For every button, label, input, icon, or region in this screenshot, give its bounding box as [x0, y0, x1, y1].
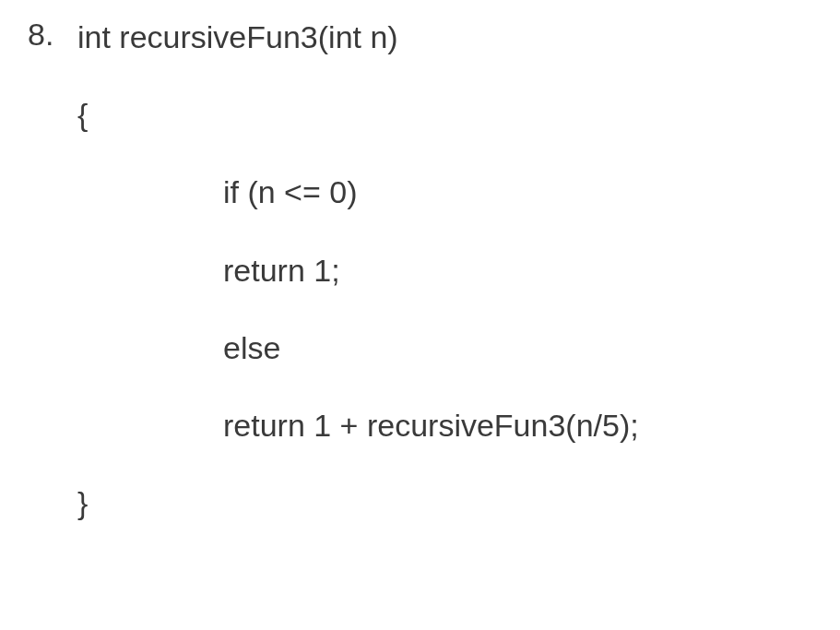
- code-line: if (n <= 0): [77, 172, 831, 212]
- code-line: return 1;: [77, 250, 831, 291]
- code-line: int recursiveFun3(int n): [77, 17, 831, 57]
- code-line: }: [77, 482, 831, 523]
- list-marker: 8.: [9, 17, 77, 53]
- code-line: return 1 + recursiveFun3(n/5);: [77, 405, 831, 446]
- code-line: else: [77, 327, 831, 368]
- code-line: {: [77, 94, 831, 135]
- code-block: int recursiveFun3(int n) { if (n <= 0) r…: [77, 17, 831, 523]
- numbered-list-item: 8. int recursiveFun3(int n) { if (n <= 0…: [9, 17, 831, 523]
